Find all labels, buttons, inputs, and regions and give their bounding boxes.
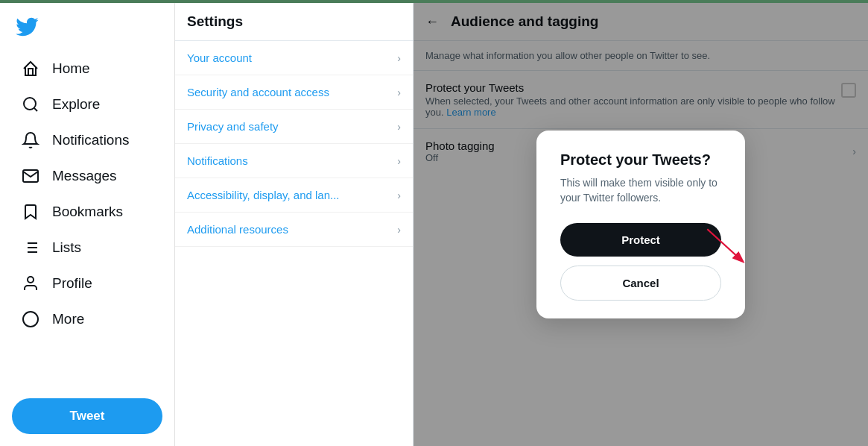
settings-item-security-label: Security and account access [187,86,329,98]
chevron-icon-additional: › [397,224,401,236]
sidebar-item-lists-label: Lists [52,239,81,256]
sidebar-item-notifications-label: Notifications [52,132,130,148]
svg-point-0 [24,98,36,110]
red-arrow-annotation [700,226,753,274]
sidebar-item-messages-label: Messages [52,168,117,184]
settings-item-additional[interactable]: Additional resources › [175,213,413,247]
sidebar-item-more[interactable]: More [6,302,168,336]
chevron-icon-privacy: › [397,121,401,133]
sidebar-item-explore-label: Explore [52,96,100,113]
settings-item-notifications[interactable]: Notifications › [175,144,413,178]
sidebar-item-home-label: Home [52,60,90,77]
chevron-icon-accessibility: › [397,189,401,201]
sidebar-item-home[interactable]: Home [6,51,168,86]
chevron-icon-security: › [397,87,401,98]
sidebar-item-bookmarks[interactable]: Bookmarks [6,195,168,229]
sidebar-item-profile[interactable]: Profile [6,266,168,301]
more-icon [21,310,40,329]
sidebar-nav: Home Explore Notifications Messages [0,51,174,389]
protect-tweets-modal: Protect your Tweets? This will make them… [536,131,745,318]
sidebar-item-explore[interactable]: Explore [6,87,168,122]
settings-item-accessibility[interactable]: Accessibility, display, and lan... › [175,178,413,213]
sidebar-item-bookmarks-label: Bookmarks [52,204,123,220]
sidebar-item-messages[interactable]: Messages [6,159,168,193]
settings-item-privacy-label: Privacy and safety [187,120,279,133]
settings-item-your-account-label: Your account [187,51,252,64]
settings-item-privacy[interactable]: Privacy and safety › [175,110,413,144]
bookmarks-icon [21,202,40,222]
sidebar-item-profile-label: Profile [52,275,92,292]
settings-item-accessibility-label: Accessibility, display, and lan... [187,189,340,201]
explore-icon [21,95,40,114]
settings-item-your-account[interactable]: Your account › [175,41,413,75]
svg-line-14 [707,229,742,261]
modal-protect-button[interactable]: Protect [560,223,721,257]
main-content: Settings Your account › Security and acc… [175,3,868,446]
settings-item-security[interactable]: Security and account access › [175,75,413,110]
audience-panel: ← Audience and tagging Manage what infor… [414,3,868,446]
modal-title: Protect your Tweets? [560,151,721,169]
modal-cancel-button[interactable]: Cancel [560,266,721,301]
lists-icon [21,238,40,257]
twitter-logo [0,9,174,48]
chevron-icon-notifications: › [397,155,401,167]
modal-overlay: Protect your Tweets? This will make them… [414,3,868,446]
settings-panel: Settings Your account › Security and acc… [175,3,414,446]
chevron-icon-your-account: › [397,52,401,64]
messages-icon [21,166,40,186]
sidebar-item-notifications[interactable]: Notifications [6,123,168,157]
sidebar-item-lists[interactable]: Lists [6,230,168,265]
sidebar: Home Explore Notifications Messages [0,3,175,446]
svg-line-1 [34,108,37,111]
notifications-icon [21,131,40,150]
settings-header: Settings [175,3,413,41]
tweet-button[interactable]: Tweet [12,398,162,434]
settings-item-notifications-label: Notifications [187,154,248,167]
modal-description: This will make them visible only to your… [560,176,721,205]
home-icon [21,59,40,78]
settings-item-additional-label: Additional resources [187,223,288,236]
profile-icon [21,274,40,293]
sidebar-item-more-label: More [52,311,84,327]
svg-point-8 [28,277,34,283]
